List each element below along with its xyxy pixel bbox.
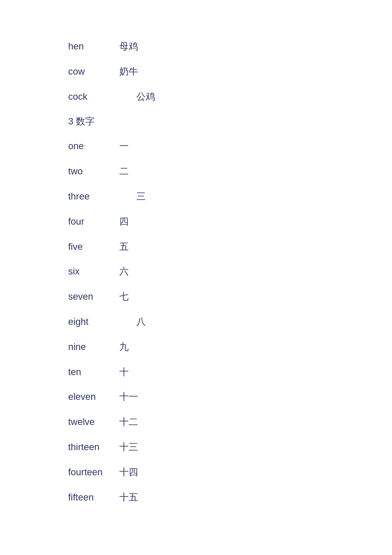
english-word: four: [68, 215, 119, 228]
chinese-translation: 九: [119, 341, 129, 354]
vocab-item: two二: [68, 159, 324, 184]
english-word: cock: [68, 90, 119, 104]
chinese-translation: 十: [119, 366, 129, 379]
chinese-translation: 四: [119, 215, 129, 228]
english-word: eight: [68, 315, 119, 329]
vocab-item: one一: [68, 134, 324, 159]
vocab-item: fourteen十四: [68, 460, 324, 485]
vocab-list: hen母鸡cow奶牛cock公鸡3 数字one一two二three三four四f…: [68, 34, 324, 510]
vocab-item: hen母鸡: [68, 34, 324, 59]
chinese-translation: 五: [119, 240, 129, 254]
english-word: three: [68, 190, 119, 203]
vocab-item: seven七: [68, 284, 324, 309]
chinese-translation: 十三: [119, 441, 138, 454]
chinese-translation: 六: [119, 265, 129, 278]
chinese-translation: 八: [136, 315, 146, 329]
vocab-item: eleven十一: [68, 384, 324, 410]
chinese-translation: 母鸡: [119, 40, 138, 53]
english-word: seven: [68, 290, 119, 304]
vocab-item: three三: [68, 184, 324, 209]
vocab-item: twelve十二: [68, 410, 324, 435]
vocab-item: fifteen十五: [68, 485, 324, 510]
chinese-translation: 二: [119, 165, 129, 178]
chinese-translation: 十二: [119, 416, 138, 429]
english-word: twelve: [68, 416, 119, 429]
vocab-item: four四: [68, 209, 324, 234]
english-word: hen: [68, 40, 119, 53]
vocab-item: thirteen十三: [68, 435, 324, 460]
english-word: fourteen: [68, 466, 119, 479]
english-word: fifteen: [68, 491, 119, 504]
section-header: 3 数字: [68, 109, 324, 134]
vocab-item: ten十: [68, 360, 324, 385]
english-word: five: [68, 240, 119, 254]
english-word: cow: [68, 65, 119, 78]
chinese-translation: 十五: [119, 491, 138, 504]
english-word: thirteen: [68, 441, 119, 454]
english-word: eleven: [68, 390, 119, 404]
vocab-item: cock公鸡: [68, 84, 324, 110]
english-word: ten: [68, 366, 119, 379]
chinese-translation: 十一: [119, 390, 138, 404]
english-word: six: [68, 265, 119, 278]
chinese-translation: 奶牛: [119, 65, 138, 78]
chinese-translation: 七: [119, 290, 129, 304]
english-word: nine: [68, 341, 119, 354]
chinese-translation: 三: [136, 190, 146, 203]
english-word: two: [68, 165, 119, 178]
vocab-item: nine九: [68, 335, 324, 360]
chinese-translation: 一: [119, 140, 129, 153]
english-word: one: [68, 140, 119, 153]
vocab-item: cow奶牛: [68, 59, 324, 84]
vocab-item: five五: [68, 234, 324, 260]
vocab-item: eight八: [68, 309, 324, 335]
chinese-translation: 十四: [119, 466, 138, 479]
chinese-translation: 公鸡: [136, 90, 155, 104]
vocab-item: six六: [68, 259, 324, 284]
